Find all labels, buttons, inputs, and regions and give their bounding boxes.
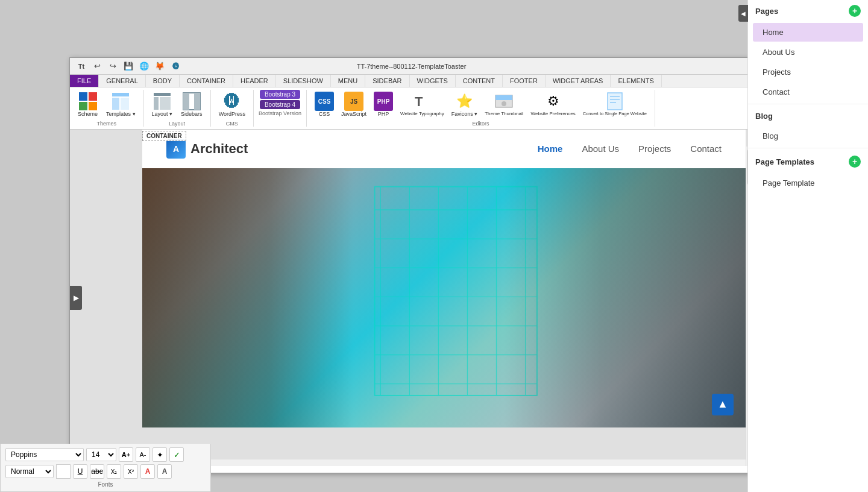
editors-group-label: Editors bbox=[472, 121, 489, 127]
add-page-button[interactable]: + bbox=[849, 5, 861, 17]
favicons-button[interactable]: ⭐ Favicons ▾ bbox=[448, 90, 481, 119]
font-family-select[interactable]: Poppins bbox=[5, 448, 84, 461]
convert-single-page-button[interactable]: Convert to Single Page Website bbox=[580, 90, 650, 118]
scheme-button[interactable]: Scheme bbox=[75, 90, 101, 119]
strikethrough-button[interactable]: abc bbox=[90, 464, 104, 479]
scroll-to-top-button[interactable]: ▲ bbox=[712, 394, 734, 415]
typography-button[interactable]: T Website Typography bbox=[397, 90, 447, 119]
tab-header[interactable]: HEADER bbox=[233, 75, 276, 87]
bootstrap3-button[interactable]: Bootstrap 3 bbox=[260, 90, 300, 99]
add-template-button[interactable]: + bbox=[849, 156, 861, 168]
tab-container[interactable]: CONTAINER bbox=[180, 75, 233, 87]
bootstrap4-button[interactable]: Bootstrap 4 bbox=[260, 100, 300, 109]
subscript-button[interactable]: X₂ bbox=[107, 464, 121, 479]
wordpress-icon[interactable]: 🅦 bbox=[169, 60, 182, 73]
nav-contact[interactable]: Contact bbox=[690, 144, 722, 154]
horizontal-scrollbar[interactable] bbox=[142, 459, 746, 466]
preview-nav: A Architect Home About Us Projects Conta… bbox=[142, 130, 746, 168]
tab-widgets[interactable]: WIDGETS bbox=[410, 75, 456, 87]
typography-icon: T bbox=[412, 92, 432, 111]
ribbon-group-editors: CSS CSS JS JavaScript PHP PHP bbox=[307, 90, 655, 127]
tab-menu[interactable]: MENU bbox=[331, 75, 365, 87]
fonts-label: Fonts bbox=[5, 481, 206, 488]
svg-rect-5 bbox=[112, 98, 119, 110]
superscript-button[interactable]: X² bbox=[124, 464, 138, 479]
svg-rect-38 bbox=[468, 268, 497, 297]
php-icon: PHP bbox=[374, 92, 393, 111]
wordpress-cms-button[interactable]: 🅦 WordPress bbox=[216, 90, 248, 119]
sidebars-icon bbox=[182, 92, 201, 111]
globe-icon[interactable]: 🌐 bbox=[137, 60, 151, 73]
page-item-home[interactable]: Home bbox=[753, 23, 863, 42]
tab-general[interactable]: GENERAL bbox=[99, 75, 146, 87]
php-button[interactable]: PHP PHP bbox=[371, 90, 396, 119]
page-item-about[interactable]: About Us bbox=[753, 43, 863, 62]
font-increase-button[interactable]: A+ bbox=[119, 447, 133, 462]
templates-label: Templates ▾ bbox=[106, 111, 136, 118]
font-size-select[interactable]: 14 bbox=[86, 448, 116, 461]
theme-thumbnail-button[interactable]: Theme Thumbnail bbox=[482, 90, 526, 119]
sidebars-label: Sidebars bbox=[181, 111, 203, 118]
page-item-blog[interactable]: Blog bbox=[753, 127, 863, 145]
svg-rect-9 bbox=[160, 97, 171, 110]
bootstrap-version-buttons: Bootstrap 3 Bootstrap 4 bbox=[260, 90, 300, 109]
font-decrease-button[interactable]: A- bbox=[136, 447, 150, 462]
redo-button[interactable]: ↪ bbox=[106, 60, 119, 73]
underline-button[interactable]: U bbox=[73, 464, 87, 479]
main-window: Tt ↩ ↪ 💾 🌐 🦊 🅦 TT-7theme--800112-Templat… bbox=[69, 57, 753, 473]
panel-toggle-button[interactable]: ◀ bbox=[738, 5, 748, 22]
ribbon-group-cms: 🅦 WordPress CMS bbox=[211, 90, 254, 127]
sidebars-button[interactable]: Sidebars bbox=[178, 90, 206, 119]
tab-slideshow[interactable]: SLIDESHOW bbox=[276, 75, 331, 87]
paragraph-style-select[interactable]: Normal bbox=[5, 465, 54, 478]
cms-group-label: CMS bbox=[226, 121, 238, 127]
page-templates-section-header: Page Templates + bbox=[748, 151, 868, 172]
undo-button[interactable]: ↩ bbox=[90, 60, 104, 73]
svg-rect-3 bbox=[89, 102, 97, 110]
toolbar-tt-icon[interactable]: Tt bbox=[75, 60, 88, 73]
pages-label: Pages bbox=[755, 7, 778, 16]
tab-sidebar[interactable]: SIDEBAR bbox=[365, 75, 409, 87]
nav-home[interactable]: Home bbox=[538, 144, 563, 154]
font-check-button[interactable]: ✓ bbox=[169, 447, 184, 462]
nav-projects[interactable]: Projects bbox=[638, 144, 671, 154]
javascript-button[interactable]: JS JavaScript bbox=[338, 90, 370, 119]
website-preview: A Architect Home About Us Projects Conta… bbox=[142, 130, 746, 427]
font-style-button[interactable]: ✦ bbox=[153, 447, 167, 462]
title-bar: Tt ↩ ↪ 💾 🌐 🦊 🅦 TT-7theme--800112-Templat… bbox=[70, 58, 753, 75]
tab-widget-areas[interactable]: WIDGET AREAS bbox=[546, 75, 611, 87]
title-bar-controls: Tt ↩ ↪ 💾 🌐 🦊 🅦 bbox=[75, 60, 182, 73]
firefox-icon[interactable]: 🦊 bbox=[153, 60, 166, 73]
wordpress-cms-icon: 🅦 bbox=[222, 92, 242, 111]
nav-about[interactable]: About Us bbox=[582, 144, 619, 154]
website-preferences-button[interactable]: ⚙ Website Preferences bbox=[528, 90, 579, 119]
svg-rect-36 bbox=[410, 239, 439, 268]
canvas-collapse-button[interactable]: ▶ bbox=[70, 286, 82, 310]
svg-rect-2 bbox=[79, 102, 87, 110]
tab-file[interactable]: FILE bbox=[70, 75, 99, 87]
font-highlight-button[interactable]: A bbox=[157, 464, 172, 479]
layout-icon bbox=[153, 92, 172, 111]
layout-label: Layout ▾ bbox=[152, 111, 173, 118]
logo-text: Architect bbox=[190, 141, 248, 157]
save-button[interactable]: 💾 bbox=[122, 60, 135, 73]
css-button[interactable]: CSS CSS bbox=[312, 90, 337, 119]
page-item-template[interactable]: Page Template bbox=[753, 174, 863, 192]
tab-content[interactable]: CONTENT bbox=[456, 75, 503, 87]
layout-button[interactable]: Layout ▾ bbox=[149, 90, 176, 119]
tab-footer[interactable]: FOOTER bbox=[503, 75, 546, 87]
tab-body[interactable]: BODY bbox=[146, 75, 180, 87]
color-swatch-1[interactable] bbox=[56, 464, 71, 479]
font-color-button[interactable]: A bbox=[140, 464, 155, 479]
page-item-contact[interactable]: Contact bbox=[753, 83, 863, 101]
tab-elements[interactable]: ELEMENTS bbox=[611, 75, 661, 87]
svg-rect-11 bbox=[183, 93, 189, 110]
divider-2 bbox=[748, 148, 868, 148]
svg-rect-6 bbox=[121, 98, 129, 110]
preview-menu: Home About Us Projects Contact bbox=[538, 144, 722, 154]
svg-rect-4 bbox=[112, 93, 129, 96]
divider-1 bbox=[748, 104, 868, 104]
templates-button[interactable]: Templates ▾ bbox=[103, 90, 139, 119]
page-item-projects[interactable]: Projects bbox=[753, 63, 863, 81]
canvas-area: ▶ CONTAINER A Architect Home About Us Pr… bbox=[70, 130, 753, 466]
